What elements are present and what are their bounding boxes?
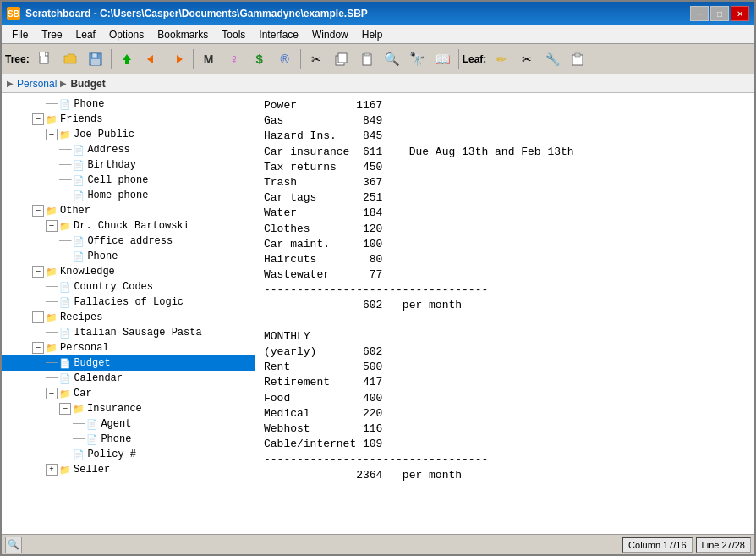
copy-button[interactable] xyxy=(330,47,353,71)
content-line-2: Gas 849 xyxy=(264,113,746,129)
tree-item-joe-public[interactable]: ─ 📁 Joe Public xyxy=(2,127,255,142)
leaf-icon: 📄 xyxy=(59,282,71,293)
titlebar: SB Scratchboard - C:\Users\Casper\Docume… xyxy=(2,2,754,25)
tree-item-car[interactable]: ─ 📁 Car xyxy=(2,386,255,401)
tree-item-budget[interactable]: ── 📄 Budget xyxy=(2,355,255,371)
menu-options[interactable]: Options xyxy=(102,27,151,42)
maximize-button[interactable]: □ xyxy=(710,6,729,21)
column-status: Column 17/16 xyxy=(622,537,693,553)
tree-content: ── 📄 Phone ─ 📁 Friends ─ xyxy=(2,93,255,481)
settings-button[interactable]: 🔧 xyxy=(540,47,564,71)
expand-car[interactable]: ─ xyxy=(46,388,58,399)
menu-bookmarks[interactable]: Bookmarks xyxy=(151,27,215,42)
content-line-food: Food 400 xyxy=(264,391,746,406)
window-title: Scratchboard - C:\Users\Casper\Documents… xyxy=(25,8,368,19)
tree-item-phone-1[interactable]: ── 📄 Phone xyxy=(2,96,255,112)
tree-up-button[interactable] xyxy=(115,47,139,71)
expand-knowledge[interactable]: ─ xyxy=(32,266,44,278)
book-button[interactable]: 📖 xyxy=(431,47,455,71)
breadcrumb-personal[interactable]: Personal xyxy=(17,78,57,90)
tree-item-phone-insurance[interactable]: ── 📄 Phone xyxy=(2,432,255,447)
menu-file[interactable]: File xyxy=(5,27,35,42)
expand-insurance[interactable]: ─ xyxy=(59,403,71,415)
tree-item-personal[interactable]: ─ 📁 Personal xyxy=(2,340,255,355)
tree-item-dr-chuck[interactable]: ─ 📁 Dr. Chuck Bartowski xyxy=(2,218,255,234)
tree-item-seller[interactable]: + 📁 Seller xyxy=(2,462,255,477)
menu-tree[interactable]: Tree xyxy=(35,27,68,42)
tree-forward-button[interactable] xyxy=(166,47,189,71)
cut-button[interactable]: ✂ xyxy=(304,47,328,71)
expand-seller[interactable]: + xyxy=(46,464,58,476)
titlebar-left: SB Scratchboard - C:\Users\Casper\Docume… xyxy=(7,7,368,20)
leaf-cut-button[interactable]: ✂ xyxy=(515,47,539,71)
expand-other[interactable]: ─ xyxy=(32,205,44,217)
tree-item-policy[interactable]: ── 📄 Policy # xyxy=(2,447,255,462)
leaf-clear-button[interactable]: ✏ xyxy=(490,47,513,71)
tree-item-recipes[interactable]: ─ 📁 Recipes xyxy=(2,310,255,325)
menu-interface[interactable]: Interface xyxy=(252,27,305,42)
toolbar-separator-4 xyxy=(458,49,459,69)
binoculars-button[interactable]: 🔭 xyxy=(406,47,430,71)
folder-icon: 📁 xyxy=(46,114,58,125)
folder-icon: 📁 xyxy=(59,129,71,140)
svg-marker-8 xyxy=(177,55,183,63)
line-status: Line 27/28 xyxy=(696,537,751,553)
expand-joe-public[interactable]: ─ xyxy=(46,129,58,140)
tree-item-country-codes[interactable]: ── 📄 Country Codes xyxy=(2,279,255,295)
leaf-icon: 📄 xyxy=(73,236,85,247)
expand-personal[interactable]: ─ xyxy=(32,342,44,354)
toolbar: Tree: M ♀ $ ® xyxy=(2,44,754,74)
dollar-button[interactable]: $ xyxy=(248,47,271,71)
tree-item-fallacies[interactable]: ── 📄 Fallacies of Logic xyxy=(2,295,255,310)
tree-item-other[interactable]: ─ 📁 Other xyxy=(2,203,255,218)
find-button[interactable]: 🔍 xyxy=(381,47,404,71)
paste-button[interactable] xyxy=(355,47,379,71)
expand-recipes[interactable]: ─ xyxy=(32,311,44,323)
open-folder-button[interactable] xyxy=(58,47,82,71)
menu-tools[interactable]: Tools xyxy=(215,27,252,42)
tree-item-phone-chuck[interactable]: ── 📄 Phone xyxy=(2,249,255,264)
leaf-icon: 📄 xyxy=(73,449,85,460)
tree-item-address[interactable]: ── 📄 Address xyxy=(2,142,255,157)
find-button-status[interactable]: 🔍 xyxy=(5,537,22,553)
tree-item-cell-phone[interactable]: ── 📄 Cell phone xyxy=(2,173,255,188)
folder-icon: 📁 xyxy=(73,404,85,415)
content-line-retirement: Retirement 417 xyxy=(264,375,746,390)
leaf-icon: 📄 xyxy=(59,358,71,369)
folder-icon: 📁 xyxy=(46,267,58,278)
minimize-button[interactable]: ─ xyxy=(690,6,709,21)
content-panel[interactable]: Power 1167 Gas 849 Hazard Ins. 845 Car i… xyxy=(255,93,754,534)
leaf-label: Leaf: xyxy=(463,53,487,65)
content-line-1: Power 1167 xyxy=(264,98,746,113)
tree-item-birthday[interactable]: ── 📄 Birthday xyxy=(2,157,255,173)
tree-item-office-address[interactable]: ── 📄 Office address xyxy=(2,234,255,249)
menu-window[interactable]: Window xyxy=(305,27,355,42)
tree-item-calendar[interactable]: ── 📄 Calendar xyxy=(2,371,255,386)
r-button[interactable]: ® xyxy=(273,47,297,71)
toolbar-separator-3 xyxy=(300,49,301,69)
menu-help[interactable]: Help xyxy=(355,27,390,42)
tree-item-agent[interactable]: ── 📄 Agent xyxy=(2,416,255,432)
leaf-icon: 📄 xyxy=(86,419,98,430)
tree-item-insurance[interactable]: ─ 📁 Insurance xyxy=(2,401,255,416)
expand-dr-chuck[interactable]: ─ xyxy=(46,220,58,232)
tree-back-button[interactable] xyxy=(140,47,164,71)
save-button[interactable] xyxy=(84,47,107,71)
female-button[interactable]: ♀ xyxy=(222,47,246,71)
leaf-paste-button[interactable] xyxy=(566,47,589,71)
expand-friends[interactable]: ─ xyxy=(32,113,44,125)
menu-leaf[interactable]: Leaf xyxy=(69,27,102,42)
tree-item-friends[interactable]: ─ 📁 Friends xyxy=(2,112,255,127)
tree-item-italian-sausage[interactable]: ── 📄 Italian Sausage Pasta xyxy=(2,325,255,340)
new-document-button[interactable] xyxy=(33,47,57,71)
tree-item-home-phone[interactable]: ── 📄 Home phone xyxy=(2,188,255,203)
breadcrumb-budget[interactable]: Budget xyxy=(70,78,105,90)
toolbar-separator-1 xyxy=(111,49,112,69)
tree-item-knowledge[interactable]: ─ 📁 Knowledge xyxy=(2,264,255,279)
m-button[interactable]: M xyxy=(197,47,221,71)
breadcrumb: ▶ Personal ▶ Budget xyxy=(2,74,754,93)
leaf-icon: 📄 xyxy=(73,251,85,262)
svg-marker-5 xyxy=(123,54,131,60)
main-window: SB Scratchboard - C:\Users\Casper\Docume… xyxy=(0,0,756,556)
close-button[interactable]: ✕ xyxy=(731,6,749,21)
